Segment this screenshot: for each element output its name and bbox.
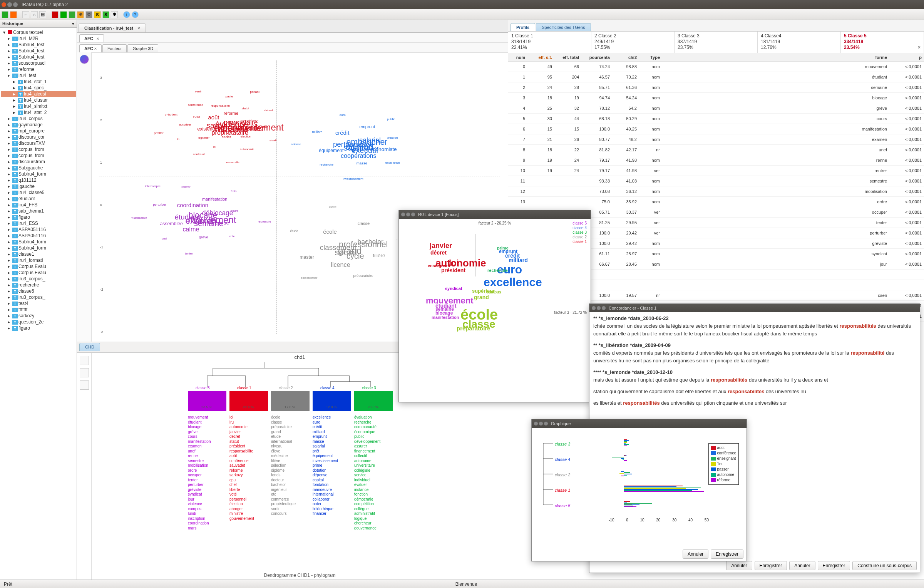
plot-word[interactable]: classement bbox=[320, 243, 357, 252]
plot-word[interactable]: août bbox=[208, 114, 219, 121]
plot-word[interactable]: voter bbox=[193, 115, 200, 119]
tree-item[interactable]: ▸Tdiscoursfrom bbox=[1, 159, 76, 165]
tree-item[interactable]: ▸Treforme bbox=[1, 66, 76, 72]
bar[interactable] bbox=[621, 476, 624, 476]
corpus-tree[interactable]: ▾Corpus textuel▸Tlru4_M2R▸TSublru4_test▸… bbox=[0, 28, 77, 580]
bar[interactable] bbox=[624, 445, 627, 446]
class-tab[interactable]: 4 Classe4181/141912.76% bbox=[758, 32, 841, 53]
rgl-titlebar[interactable]: RGL device 1 [Focus] bbox=[399, 210, 591, 219]
plot-word[interactable]: responsabilité bbox=[211, 104, 229, 107]
class-tab[interactable]: 2 Classe 2249/141917.55% bbox=[591, 32, 675, 53]
tree-item[interactable]: ▸TASPA051116 bbox=[1, 233, 76, 239]
help-icon[interactable]: ? bbox=[132, 11, 139, 18]
rgl-word[interactable]: recherche bbox=[487, 268, 508, 273]
plot-word[interactable]: élève bbox=[329, 205, 336, 209]
plot-word[interactable]: manifestation bbox=[202, 197, 227, 201]
plot-word[interactable]: excellence bbox=[385, 161, 400, 164]
rgl-word[interactable]: campus bbox=[487, 290, 501, 294]
tree-item[interactable]: ▸TSublru4_test bbox=[1, 48, 76, 54]
tree-item[interactable]: ▸Tq101112 bbox=[1, 177, 76, 183]
tree-item[interactable]: ▸TSublru4_form bbox=[1, 171, 76, 177]
plot-word[interactable]: recherche bbox=[320, 163, 333, 166]
rgl-word[interactable]: grand bbox=[474, 294, 489, 300]
plot-word[interactable]: réforme bbox=[224, 111, 238, 116]
tree-item[interactable]: ▸Tsouscorpuscl bbox=[1, 60, 76, 66]
concord-btn[interactable]: Annuler bbox=[726, 561, 752, 570]
tree-item[interactable]: ▸Tlru4_stat_2 bbox=[1, 109, 76, 116]
toolbar-btn-1[interactable] bbox=[2, 11, 8, 18]
plot-word[interactable]: étude bbox=[290, 229, 298, 233]
subtab-afc[interactable]: AFC × bbox=[79, 34, 104, 42]
right-tab[interactable]: Profils bbox=[511, 23, 535, 31]
plot-word[interactable]: science bbox=[291, 142, 301, 146]
bar[interactable] bbox=[612, 457, 624, 457]
rgl-word[interactable]: syndicat bbox=[445, 286, 462, 291]
tree-item[interactable]: ▸Tcorpus_from bbox=[1, 152, 76, 159]
tree-item[interactable]: ▸TCorpus Evalu bbox=[1, 270, 76, 276]
plot-word[interactable]: équipement bbox=[319, 148, 343, 153]
plot-word[interactable]: existence bbox=[198, 126, 218, 132]
rgl-word[interactable]: décret bbox=[430, 250, 447, 256]
plot-word[interactable]: calme bbox=[182, 226, 199, 233]
plot-word[interactable]: assemblée bbox=[160, 221, 182, 226]
plot-word[interactable]: perturber bbox=[153, 203, 166, 206]
graph-btn[interactable]: Annuler bbox=[683, 549, 708, 559]
plot-word[interactable]: conférence bbox=[188, 103, 203, 107]
bar[interactable] bbox=[624, 491, 704, 492]
info-icon[interactable]: i bbox=[123, 11, 130, 18]
plot-word[interactable]: reprendre bbox=[258, 220, 271, 223]
plot-word[interactable]: préparatoire bbox=[353, 273, 373, 278]
plot-word[interactable]: vote bbox=[229, 235, 235, 238]
tree-item[interactable]: ▸Tlru4_corpus_ bbox=[1, 116, 76, 122]
rgl-window[interactable]: RGL device 1 [Focus] classe 5classe 4cla… bbox=[398, 210, 591, 402]
tree-item[interactable]: ▸Tlru4_stat_1 bbox=[1, 79, 76, 85]
chd-tool-2[interactable] bbox=[80, 368, 89, 377]
table-row[interactable]: 19520446.5770.22nométudiant< 0,0001 bbox=[508, 72, 924, 82]
graph-btn[interactable]: Enregistrer bbox=[711, 549, 743, 559]
table-row[interactable]: 1375.035.92nomordre< 0,0001 bbox=[508, 197, 924, 207]
tree-item[interactable]: ▸Trecherche bbox=[1, 282, 76, 288]
plot-word[interactable]: heure bbox=[231, 209, 238, 213]
tree-item[interactable]: ▸TSublru4_test bbox=[1, 42, 76, 48]
plot-word[interactable]: master bbox=[300, 255, 314, 260]
tree-item[interactable]: ▸Tlru3_corpus_ bbox=[1, 294, 76, 300]
tree-item[interactable]: ▸Ttest4 bbox=[1, 300, 76, 307]
chd-tab[interactable]: CHD bbox=[79, 343, 100, 351]
tree-item[interactable]: ▸Tlru4_M2R bbox=[1, 35, 76, 42]
plot-word[interactable]: statut bbox=[242, 107, 249, 110]
tree-item[interactable]: ▸Tlru4_classe5 bbox=[1, 189, 76, 196]
tree-item[interactable]: ▸Tsarkozy bbox=[1, 313, 76, 319]
tree-item[interactable]: ▸Tlru3_corpus_ bbox=[1, 276, 76, 282]
panel-menu-icon[interactable]: ▾ bbox=[72, 21, 74, 26]
plot-word[interactable]: profiter bbox=[154, 131, 164, 135]
plot-word[interactable]: investissement bbox=[343, 177, 363, 181]
plot-word[interactable]: universite bbox=[226, 161, 239, 164]
tree-item[interactable]: ▸Tmpt_europre bbox=[1, 128, 76, 134]
tree-item[interactable]: ▸Tjgauche bbox=[1, 183, 76, 189]
maximize-icon[interactable] bbox=[13, 2, 18, 7]
tree-item[interactable]: ▸Tlru4_FFS bbox=[1, 202, 76, 208]
tab-classification[interactable]: Classification - lru4_test × bbox=[79, 23, 146, 32]
rgl-word[interactable]: président bbox=[441, 267, 465, 273]
gear-icon[interactable]: ⚙ bbox=[85, 11, 92, 18]
close-icon[interactable] bbox=[2, 2, 6, 7]
bar[interactable] bbox=[624, 475, 627, 476]
s-icon[interactable]: S bbox=[94, 11, 101, 18]
back-icon[interactable]: ← bbox=[22, 11, 29, 18]
plot-word[interactable]: dévolution bbox=[231, 126, 254, 131]
rgl-word[interactable]: manifestation bbox=[432, 315, 459, 320]
s2-icon[interactable]: S bbox=[102, 11, 109, 18]
plot-word[interactable]: coordination bbox=[177, 202, 208, 208]
plot-word[interactable]: reprise bbox=[213, 220, 229, 226]
plot-word[interactable]: rentrer bbox=[181, 185, 191, 189]
plot-word[interactable]: lru bbox=[177, 137, 181, 141]
table-row[interactable]: 9192479.1741.98nomrenne< 0,0001 bbox=[508, 155, 924, 166]
tree-item[interactable]: ▸Tlru4_cluster bbox=[1, 97, 76, 103]
rgl-word[interactable]: milliard bbox=[509, 257, 528, 263]
tree-item[interactable]: ▸TSubjgauche bbox=[1, 165, 76, 171]
plot-word[interactable]: autonomie bbox=[240, 147, 254, 151]
bar[interactable] bbox=[624, 472, 630, 473]
table-row[interactable]: 8182281.8242.17nrunef< 0,0001 bbox=[508, 145, 924, 155]
plot-word[interactable]: euro bbox=[340, 113, 346, 117]
plot-word[interactable]: coopérations bbox=[341, 152, 377, 159]
